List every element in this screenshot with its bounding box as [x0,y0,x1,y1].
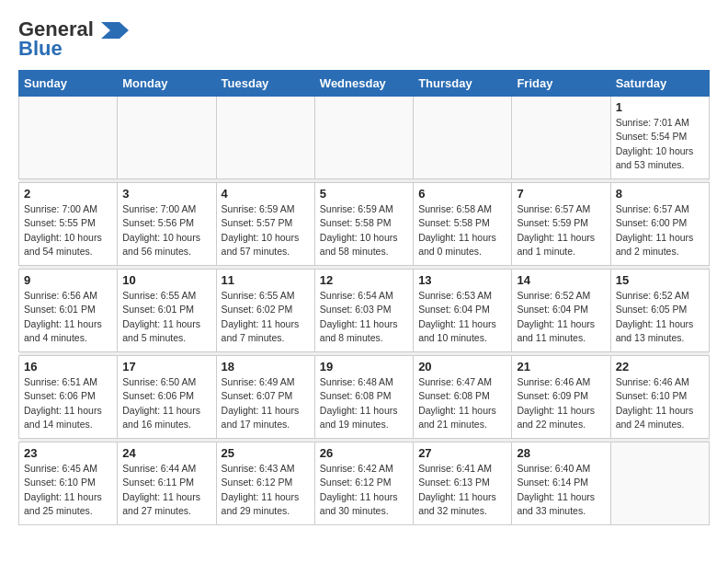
day-info: Sunrise: 6:53 AM Sunset: 6:04 PM Dayligh… [418,289,506,345]
day-number: 5 [320,187,408,201]
calendar-cell: 7Sunrise: 6:57 AM Sunset: 5:59 PM Daylig… [512,183,610,266]
day-number: 1 [616,100,704,114]
day-number: 14 [517,273,605,287]
day-number: 25 [222,446,310,460]
day-info: Sunrise: 6:56 AM Sunset: 6:01 PM Dayligh… [24,289,112,345]
day-info: Sunrise: 6:40 AM Sunset: 6:14 PM Dayligh… [517,462,605,518]
day-number: 24 [122,446,210,460]
calendar-table: SundayMondayTuesdayWednesdayThursdayFrid… [18,70,710,525]
calendar-cell: 28Sunrise: 6:40 AM Sunset: 6:14 PM Dayli… [512,442,610,525]
day-info: Sunrise: 7:00 AM Sunset: 5:55 PM Dayligh… [24,202,112,259]
day-info: Sunrise: 6:41 AM Sunset: 6:13 PM Dayligh… [418,462,506,518]
day-info: Sunrise: 6:52 AM Sunset: 6:04 PM Dayligh… [517,289,605,345]
calendar-cell: 20Sunrise: 6:47 AM Sunset: 6:08 PM Dayli… [414,356,512,439]
calendar-cell [19,97,118,179]
calendar-cell: 18Sunrise: 6:49 AM Sunset: 6:07 PM Dayli… [216,356,314,439]
day-info: Sunrise: 6:55 AM Sunset: 6:01 PM Dayligh… [122,289,210,345]
day-number: 23 [24,446,112,460]
calendar-cell: 27Sunrise: 6:41 AM Sunset: 6:13 PM Dayli… [414,442,512,525]
calendar-cell: 25Sunrise: 6:43 AM Sunset: 6:12 PM Dayli… [216,442,314,525]
calendar-cell: 8Sunrise: 6:57 AM Sunset: 6:00 PM Daylig… [610,183,709,266]
calendar-week-row-4: 23Sunrise: 6:45 AM Sunset: 6:10 PM Dayli… [19,442,710,525]
calendar-cell: 19Sunrise: 6:48 AM Sunset: 6:08 PM Dayli… [314,356,413,439]
day-number: 2 [24,187,112,201]
day-number: 3 [122,187,210,201]
day-number: 26 [320,446,408,460]
day-number: 13 [418,273,506,287]
day-number: 15 [616,273,704,287]
day-info: Sunrise: 6:47 AM Sunset: 6:08 PM Dayligh… [418,375,506,431]
day-info: Sunrise: 6:55 AM Sunset: 6:02 PM Dayligh… [222,289,310,345]
calendar-cell: 23Sunrise: 6:45 AM Sunset: 6:10 PM Dayli… [19,442,118,525]
day-number: 11 [222,273,310,287]
day-number: 6 [418,187,506,201]
day-info: Sunrise: 6:49 AM Sunset: 6:07 PM Dayligh… [222,375,310,431]
weekday-header-monday: Monday [118,71,216,97]
calendar-cell: 2Sunrise: 7:00 AM Sunset: 5:55 PM Daylig… [19,183,118,266]
day-info: Sunrise: 6:45 AM Sunset: 6:10 PM Dayligh… [24,462,112,518]
calendar-week-row-1: 2Sunrise: 7:00 AM Sunset: 5:55 PM Daylig… [19,183,710,266]
svg-marker-0 [101,22,129,39]
day-info: Sunrise: 6:57 AM Sunset: 6:00 PM Dayligh… [616,202,704,259]
day-info: Sunrise: 7:00 AM Sunset: 5:56 PM Dayligh… [122,202,210,259]
calendar-cell: 24Sunrise: 6:44 AM Sunset: 6:11 PM Dayli… [118,442,216,525]
weekday-header-saturday: Saturday [610,71,709,97]
day-info: Sunrise: 6:58 AM Sunset: 5:58 PM Dayligh… [418,202,506,259]
calendar-cell [118,97,216,179]
day-number: 19 [320,360,408,373]
calendar-cell: 14Sunrise: 6:52 AM Sunset: 6:04 PM Dayli… [512,270,610,352]
weekday-header-tuesday: Tuesday [216,71,314,97]
day-info: Sunrise: 6:52 AM Sunset: 6:05 PM Dayligh… [616,289,704,345]
calendar-cell: 10Sunrise: 6:55 AM Sunset: 6:01 PM Dayli… [118,270,216,352]
calendar-cell: 26Sunrise: 6:42 AM Sunset: 6:12 PM Dayli… [314,442,413,525]
day-info: Sunrise: 6:46 AM Sunset: 6:10 PM Dayligh… [616,375,704,431]
day-number: 18 [222,360,310,373]
day-number: 8 [616,187,704,201]
day-info: Sunrise: 6:51 AM Sunset: 6:06 PM Dayligh… [24,375,112,431]
day-number: 9 [24,273,112,287]
logo: General Blue [18,18,129,61]
calendar-week-row-0: 1Sunrise: 7:01 AM Sunset: 5:54 PM Daylig… [19,97,710,179]
calendar-week-row-2: 9Sunrise: 6:56 AM Sunset: 6:01 PM Daylig… [19,270,710,352]
calendar-cell: 1Sunrise: 7:01 AM Sunset: 5:54 PM Daylig… [610,97,709,179]
calendar-cell: 3Sunrise: 7:00 AM Sunset: 5:56 PM Daylig… [118,183,216,266]
calendar-cell: 13Sunrise: 6:53 AM Sunset: 6:04 PM Dayli… [414,270,512,352]
day-number: 28 [517,446,605,460]
day-info: Sunrise: 7:01 AM Sunset: 5:54 PM Dayligh… [616,116,704,172]
day-info: Sunrise: 6:44 AM Sunset: 6:11 PM Dayligh… [122,462,210,518]
calendar-cell: 4Sunrise: 6:59 AM Sunset: 5:57 PM Daylig… [216,183,314,266]
logo-arrow-icon [101,22,129,39]
day-info: Sunrise: 6:59 AM Sunset: 5:57 PM Dayligh… [222,202,310,259]
calendar-cell [314,97,413,179]
day-info: Sunrise: 6:42 AM Sunset: 6:12 PM Dayligh… [320,462,408,518]
calendar-cell: 21Sunrise: 6:46 AM Sunset: 6:09 PM Dayli… [512,356,610,439]
day-info: Sunrise: 6:46 AM Sunset: 6:09 PM Dayligh… [517,375,605,431]
day-number: 4 [222,187,310,201]
calendar-cell: 17Sunrise: 6:50 AM Sunset: 6:06 PM Dayli… [118,356,216,439]
weekday-header-row: SundayMondayTuesdayWednesdayThursdayFrid… [19,71,710,97]
day-info: Sunrise: 6:43 AM Sunset: 6:12 PM Dayligh… [222,462,310,518]
day-info: Sunrise: 6:48 AM Sunset: 6:08 PM Dayligh… [320,375,408,431]
calendar-week-row-3: 16Sunrise: 6:51 AM Sunset: 6:06 PM Dayli… [19,356,710,439]
weekday-header-sunday: Sunday [19,71,118,97]
day-number: 7 [517,187,605,201]
calendar-cell [512,97,610,179]
day-info: Sunrise: 6:50 AM Sunset: 6:06 PM Dayligh… [122,375,210,431]
day-info: Sunrise: 6:57 AM Sunset: 5:59 PM Dayligh… [517,202,605,259]
day-number: 20 [418,360,506,373]
day-number: 12 [320,273,408,287]
weekday-header-friday: Friday [512,71,610,97]
day-number: 10 [122,273,210,287]
calendar-cell: 5Sunrise: 6:59 AM Sunset: 5:58 PM Daylig… [314,183,413,266]
page-header: General Blue [18,18,710,61]
day-info: Sunrise: 6:59 AM Sunset: 5:58 PM Dayligh… [320,202,408,259]
logo-blue: Blue [18,37,63,61]
calendar-cell: 15Sunrise: 6:52 AM Sunset: 6:05 PM Dayli… [610,270,709,352]
calendar-cell: 6Sunrise: 6:58 AM Sunset: 5:58 PM Daylig… [414,183,512,266]
weekday-header-thursday: Thursday [414,71,512,97]
weekday-header-wednesday: Wednesday [314,71,413,97]
day-number: 21 [517,360,605,373]
day-number: 22 [616,360,704,373]
day-number: 27 [418,446,506,460]
calendar-cell [216,97,314,179]
